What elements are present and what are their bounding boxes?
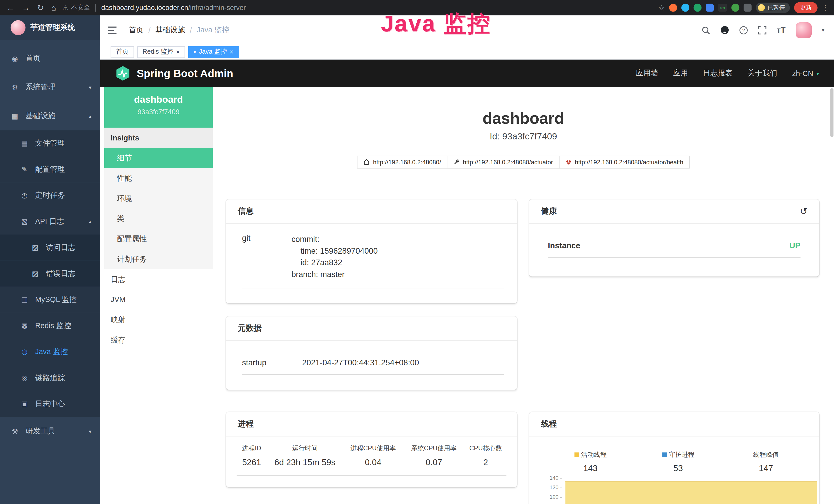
sba-nav-wallboard[interactable]: 应用墙 (636, 69, 658, 78)
card-info: 信息 git commit: time: 1596289704000 id: 2… (226, 200, 517, 303)
extension-grid-icon[interactable] (706, 4, 714, 12)
history-refresh-icon[interactable]: ↺ (800, 206, 808, 217)
legend-blue-swatch (662, 452, 667, 457)
extension-green-icon[interactable] (694, 4, 701, 12)
fullscreen-icon[interactable] (758, 26, 767, 34)
legend-value: 143 (558, 464, 622, 473)
extension-puzzle-icon[interactable] (744, 4, 751, 12)
breadcrumb-current: Java 监控 (197, 25, 229, 35)
security-indicator[interactable]: ⚠ 不安全 (63, 3, 90, 12)
update-button[interactable]: 更新 (794, 2, 817, 13)
tab-home[interactable]: 首页 (111, 46, 134, 58)
chevron-up-icon: ▴ (89, 219, 91, 224)
close-icon[interactable]: × (176, 48, 180, 55)
metric-value: 0.04 (344, 458, 403, 467)
sba-menu-caches[interactable]: 缓存 (104, 330, 213, 350)
legend-label: 线程峰值 (753, 450, 778, 459)
hamburger-icon[interactable] (100, 26, 124, 34)
sba-navbar: Spring Boot Admin 应用墙 应用 日志报表 关于我们 zh-CN… (100, 60, 834, 87)
bookmark-star-icon[interactable]: ☆ (658, 3, 665, 12)
tab-java-monitor[interactable]: ● Java 监控 × (188, 46, 239, 58)
reload-icon[interactable]: ↻ (37, 3, 44, 12)
search-icon[interactable] (702, 26, 710, 34)
github-icon[interactable] (721, 25, 729, 35)
sba-instance-name: dashboard (104, 94, 213, 105)
instance-link-health[interactable]: http://192.168.0.2:48080/actuator/health (559, 156, 690, 169)
health-instance-label: Instance (548, 241, 580, 250)
extension-leaf-icon[interactable] (731, 4, 739, 12)
sidebar-item-config-mgmt[interactable]: ✎ 配置管理 (0, 156, 100, 182)
sidebar-item-tracing[interactable]: ◎ 链路追踪 (0, 365, 100, 391)
close-icon[interactable]: × (229, 48, 234, 55)
sba-menu-jvm[interactable]: JVM (104, 289, 213, 310)
browser-menu-dots-icon[interactable]: ⋮ (822, 4, 829, 12)
sidebar-item-error-logs[interactable]: ▨ 错误日志 (0, 260, 100, 287)
sba-menu-logs[interactable]: 日志 (104, 269, 213, 289)
breadcrumb-infrastructure[interactable]: 基础设施 (155, 25, 185, 35)
sidebar-item-label: 系统管理 (25, 83, 55, 92)
git-id-line: id: 27aa832 (291, 257, 504, 269)
git-commit-line: commit: (291, 233, 504, 245)
legend-live-threads: 活动线程 143 (558, 450, 622, 473)
instance-link-home[interactable]: http://192.168.0.2:48080/ (357, 156, 447, 169)
scrollbar-thumb[interactable] (830, 88, 833, 137)
sidebar-item-java-monitor[interactable]: ◍ Java 监控 (0, 339, 100, 365)
legend-daemon-threads: 守护进程 53 (649, 450, 707, 473)
sidebar-item-infrastructure[interactable]: ▦ 基础设施 ▴ (0, 102, 100, 131)
sba-menu-environment[interactable]: 环境 (104, 188, 213, 208)
sidebar-item-scheduled-jobs[interactable]: ◷ 定时任务 (0, 182, 100, 208)
system-cpu: 系统CPU使用率 0.07 (404, 444, 464, 467)
sidebar-item-mysql-monitor[interactable]: ▥ MySQL 监控 (0, 287, 100, 313)
sba-menu-details[interactable]: 细节 (104, 148, 213, 168)
sba-menu-scheduled-tasks[interactable]: 计划任务 (104, 249, 213, 269)
sidebar-item-label: 日志中心 (35, 399, 65, 409)
sba-instance-header[interactable]: dashboard 93a3fc7f7409 (104, 87, 213, 128)
git-branch-line: branch: master (291, 269, 504, 280)
sba-nav-language[interactable]: zh-CN ▾ (792, 69, 819, 77)
card-title: 进程 (238, 419, 254, 429)
sidebar-item-access-logs[interactable]: ▨ 访问日志 (0, 234, 100, 260)
back-icon[interactable]: ← (6, 3, 14, 12)
sidebar-item-api-logs[interactable]: ▧ API 日志 ▴ (0, 208, 100, 234)
sidebar-item-log-center[interactable]: ▣ 日志中心 (0, 391, 100, 417)
tab-redis-monitor[interactable]: Redis 监控 × (137, 46, 185, 58)
sba-main: dashboard Id: 93a3fc7f7409 http://192.16… (213, 87, 834, 504)
sba-menu-performance[interactable]: 性能 (104, 168, 213, 188)
sidebar-item-label: 定时任务 (35, 190, 65, 200)
timer-icon: ◷ (20, 191, 29, 199)
sba-menu-classes[interactable]: 类 (104, 208, 213, 229)
browser-home-icon[interactable]: ⌂ (51, 3, 56, 12)
file-icon: ▤ (20, 139, 29, 147)
sidebar-item-system-mgmt[interactable]: ⚙ 系统管理 ▾ (0, 73, 100, 102)
address-bar[interactable]: dashboard.yudao.iocoder.cn/infra/admin-s… (101, 4, 246, 12)
y-axis-tick: 120 (544, 484, 562, 490)
sba-brand-link[interactable]: Spring Boot Admin (115, 66, 233, 82)
paused-badge[interactable]: 已暂停 (756, 3, 790, 13)
metric-label: 进程CPU使用率 (344, 444, 403, 453)
sidebar-item-home[interactable]: ◉ 首页 (0, 44, 100, 73)
user-avatar[interactable] (796, 22, 812, 38)
sidebar-item-file-mgmt[interactable]: ▤ 文件管理 (0, 130, 100, 156)
divider (95, 4, 96, 12)
breadcrumb-home[interactable]: 首页 (129, 25, 144, 35)
extension-drop-icon[interactable] (681, 4, 689, 12)
sba-nav-journal[interactable]: 日志报表 (703, 69, 732, 78)
spring-boot-admin-frame: Spring Boot Admin 应用墙 应用 日志报表 关于我们 zh-CN… (100, 60, 834, 504)
sba-nav-about[interactable]: 关于我们 (747, 69, 777, 78)
breadcrumb: 首页 / 基础设施 / Java 监控 (129, 25, 229, 35)
sba-nav-applications[interactable]: 应用 (673, 69, 688, 78)
app-logo-row[interactable]: 芋道管理系统 (0, 16, 100, 40)
sidebar-item-redis-monitor[interactable]: ▩ Redis 监控 (0, 313, 100, 339)
sidebar-menu: ◉ 首页 ⚙ 系统管理 ▾ ▦ 基础设施 ▴ ▤ 文件管理 ✎ 配置管理 (0, 40, 100, 445)
help-icon[interactable]: ? (740, 26, 748, 34)
sba-menu-config-props[interactable]: 配置属性 (104, 229, 213, 249)
sidebar-item-dev-tools[interactable]: ⚒ 研发工具 ▾ (0, 417, 100, 446)
font-size-icon[interactable]: тT (777, 25, 786, 35)
extension-on-icon[interactable]: on (718, 4, 727, 12)
sidebar-item-label: 研发工具 (25, 427, 55, 436)
extension-fox-icon[interactable] (669, 4, 677, 12)
forward-icon[interactable]: → (22, 3, 30, 12)
instance-link-actuator[interactable]: http://192.168.0.2:48080/actuator (447, 156, 559, 169)
sidebar-item-label: Java 监控 (35, 347, 68, 357)
sba-menu-mappings[interactable]: 映射 (104, 310, 213, 330)
